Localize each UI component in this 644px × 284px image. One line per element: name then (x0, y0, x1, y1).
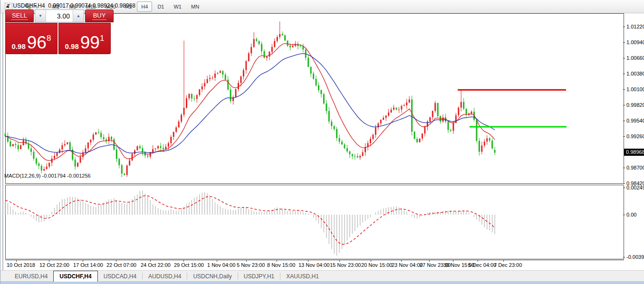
macd-name: MACD(12,26,9) (4, 173, 40, 179)
date-tick-label: 17 Oct 14:00 (73, 262, 103, 268)
ohlc-high: 0.99074 (70, 2, 91, 9)
tab-usdcnh-daily[interactable]: USDCNH,Daily (187, 271, 237, 282)
timeframe-button-w1[interactable]: W1 (169, 1, 186, 12)
price-tick-label: 1.00660 (626, 55, 644, 61)
axis-tick-mark (623, 188, 625, 188)
date-tick-mark (150, 260, 151, 262)
date-tick-label: 23 Nov 04:00 (392, 262, 423, 268)
date-tick-mark (478, 260, 478, 262)
axis-tick-mark (623, 168, 625, 168)
macd-values: -0.001794 -0.001256 (42, 173, 90, 179)
axis-tick-mark (623, 74, 625, 74)
date-tick-label: 1 Nov 04:00 (207, 262, 235, 268)
axis-tick-mark (623, 58, 625, 58)
price-tick-label: 0.99820 (626, 102, 644, 108)
date-tick-mark (83, 260, 83, 262)
macd-tick-label: -0.003913 (626, 254, 644, 260)
volume-control: ▼ ▲ (35, 9, 84, 22)
date-tick-mark (277, 260, 277, 262)
one-click-trading-panel: SELL ▼ ▲ BUY 0.98 96 8 0.98 (5, 9, 111, 54)
date-tick-label: 12 Oct 22:00 (39, 262, 69, 268)
date-tick-label: 24 Oct 22:00 (141, 262, 171, 268)
date-tick-label: 10 Oct 2018 (7, 262, 35, 268)
triangle-down-icon: ▼ (38, 14, 42, 18)
price-tick-label: 1.00940 (626, 39, 644, 45)
timeframe-button-mn[interactable]: MN (187, 1, 203, 12)
date-tick-label: 29 Oct 15:00 (174, 262, 204, 268)
axis-tick-mark (623, 105, 625, 105)
date-tick-mark (401, 260, 402, 262)
chart-ohlc-header: ▲ USDCHF,H4 0.99017 0.99074 0.98924 0.98… (5, 2, 135, 9)
axis-tick-mark (623, 183, 625, 184)
date-tick-mark (16, 260, 17, 262)
sell-price-button[interactable]: 0.98 96 8 (5, 23, 58, 54)
tab-usdchf-h4[interactable]: USDCHF,H4 (53, 271, 97, 282)
date-tick-mark (371, 260, 371, 262)
triangle-up-icon: ▲ (77, 14, 80, 18)
buy-button[interactable]: BUY (85, 9, 114, 22)
ohlc-low: 0.98924 (93, 2, 113, 9)
ohlc-open: 0.99017 (48, 2, 68, 9)
axis-tick-mark (623, 121, 625, 121)
collapse-triangle-icon[interactable]: ▲ (5, 4, 10, 9)
buy-price-button[interactable]: 0.98 99 1 (58, 23, 111, 54)
date-axis: 10 Oct 201812 Oct 22:0017 Oct 14:0022 Oc… (5, 260, 624, 271)
date-tick-mark (49, 260, 49, 262)
macd-tick-label: 0.00 (626, 212, 636, 218)
date-tick-label: 7 Dec 23:00 (494, 262, 522, 268)
axis-tick-mark (623, 257, 625, 257)
buy-price-pip: 1 (100, 34, 104, 43)
macd-tick-label: 0.002492 (626, 185, 644, 190)
chart-symbol-label: USDCHF,H4 (13, 2, 45, 9)
price-tick-label: 0.98700 (626, 165, 644, 170)
date-tick-mark (339, 260, 340, 262)
macd-indicator-label: MACD(12,26,9) -0.001794 -0.001256 (4, 173, 91, 179)
ohlc-close: 0.98968 (115, 2, 135, 9)
date-tick-mark (308, 260, 308, 262)
buy-price-prefix: 0.98 (65, 43, 79, 50)
price-tick-label: 1.00100 (626, 86, 644, 92)
tab-audusd-h4[interactable]: AUDUSD,H4 (143, 271, 187, 282)
volume-increment-button[interactable]: ▲ (73, 10, 84, 22)
axis-tick-mark (623, 89, 625, 90)
date-tick-mark (246, 260, 247, 262)
axis-tick-mark (623, 27, 625, 27)
axis-tick-mark (623, 42, 625, 43)
date-tick-label: 8 Nov 15:00 (267, 262, 295, 268)
date-tick-mark (429, 260, 430, 262)
tab-xauusd-h1[interactable]: XAUUSD,H1 (280, 271, 325, 282)
date-tick-label: 20 Nov 15:00 (361, 262, 392, 268)
timeframe-button-d1[interactable]: D1 (153, 1, 168, 12)
date-tick-label: 13 Nov 04:00 (298, 262, 329, 268)
buy-button-label: BUY (92, 12, 107, 20)
price-tick-label: 1.00380 (626, 71, 644, 76)
sell-button-label: SELL (11, 12, 28, 20)
mt4-window: T ▼ M1M5M15M30H1H4D1W1MN 10 Oct 201812 O… (0, 0, 644, 284)
tab-usdcad-h4[interactable]: USDCAD,H4 (98, 271, 142, 282)
axis-tick-mark (623, 136, 625, 137)
date-tick-mark (116, 260, 116, 262)
date-tick-label: 15 Nov 23:00 (330, 262, 361, 268)
volume-decrement-button[interactable]: ▼ (35, 10, 46, 22)
buy-price-big: 99 (80, 36, 100, 50)
tab-eurusd-h4[interactable]: EURUSD,H4 (9, 271, 53, 282)
price-tick-label: 0.99260 (626, 133, 644, 139)
date-tick-label: 5 Nov 23:00 (237, 262, 265, 268)
date-tick-label: 5 Dec 04:00 (468, 262, 496, 268)
timeframe-button-h4[interactable]: H4 (137, 1, 152, 12)
date-tick-mark (183, 260, 184, 262)
current-price-label: 0.98968 (624, 149, 644, 156)
sell-price-pip: 8 (47, 34, 51, 43)
date-tick-label: 22 Oct 07:00 (106, 262, 136, 268)
tab-usdjpy-h1[interactable]: USDJPY,H1 (238, 271, 280, 282)
price-tick-label: 1.01220 (626, 24, 644, 29)
price-tick-label: 0.99540 (626, 118, 644, 123)
macd-pane[interactable] (5, 185, 624, 259)
date-tick-mark (217, 260, 217, 262)
sell-button[interactable]: SELL (5, 9, 34, 22)
date-tick-mark (503, 260, 504, 262)
date-tick-mark (453, 260, 453, 262)
tab-bar-lead (0, 271, 9, 282)
volume-input[interactable] (46, 10, 73, 22)
sell-price-prefix: 0.98 (12, 43, 26, 50)
